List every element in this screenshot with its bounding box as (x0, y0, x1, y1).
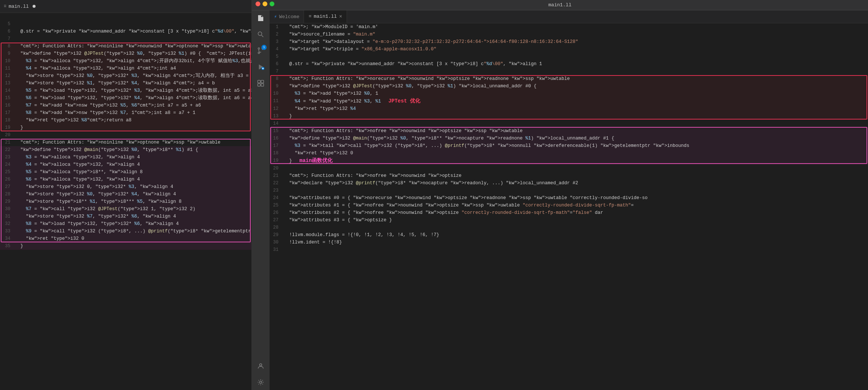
right-code-line: 6 @.str = "kw">private "kw">unnamed_addr… (270, 60, 868, 68)
right-line-number: 29 (270, 231, 284, 239)
right-line-code (284, 53, 868, 60)
tab-main1ll-close[interactable]: × (339, 14, 342, 20)
code-line: 23 %3 = "kw">alloca "type">i32, "kw">ali… (0, 154, 251, 161)
right-line-code: "kw">ret "type">i32 %4 (284, 105, 868, 112)
line-number: 21 (0, 139, 15, 146)
line-code: } (15, 124, 251, 131)
activity-icon-account[interactable] (256, 361, 266, 371)
right-line-code: %3 = "kw">add "type">i32 %0, 1 (284, 90, 868, 97)
left-code-content: 56 @.str = "kw">private "kw">unnamed_add… (0, 13, 251, 390)
svg-line-1 (261, 35, 263, 37)
right-line-number: 30 (270, 239, 284, 246)
right-line-code: "kw">target "kw">datalayout = "e-m:o-p27… (284, 38, 868, 46)
activity-icon-run[interactable] (256, 62, 266, 72)
right-code-line: 14 (270, 120, 868, 127)
line-code: %8 = "kw">load "type">i32, "type">i32* %… (15, 220, 251, 228)
svg-rect-10 (261, 80, 264, 83)
line-number: 6 (0, 28, 15, 35)
line-number: 14 (0, 87, 15, 94)
line-code: %5 = "kw">load "type">i32, "type">i32* %… (15, 87, 251, 94)
activity-bar: 1 (252, 10, 270, 390)
tab-welcome[interactable]: ⚡ Welcome (270, 10, 304, 23)
right-line-number: 22 (270, 179, 284, 187)
right-line-code: "kw">define "type">i32 @JPTest("type">i3… (284, 83, 868, 90)
right-line-number: 16 (270, 135, 284, 142)
right-line-number: 27 (270, 216, 284, 224)
code-line: 32 %8 = "kw">load "type">i32, "type">i32… (0, 220, 251, 228)
right-line-number: 23 (270, 187, 284, 194)
line-number: 24 (0, 161, 15, 168)
left-tab-bar: ≡ main.ll (0, 0, 251, 13)
line-number: 33 (0, 228, 15, 235)
activity-icon-extensions[interactable] (256, 78, 266, 88)
right-line-number: 20 (270, 165, 284, 172)
right-code-line: 30 !llvm.ident = !{!8} (270, 239, 868, 246)
line-code: %8 = "kw">add "kw">nsw "type">i32 %7, 1"… (15, 109, 251, 117)
right-line-code (284, 246, 868, 253)
right-code-line: 25 "kw">attributes #1 = { "kw">nofree "k… (270, 202, 868, 209)
right-line-code: "cmt">; "kw">ModuleID = 'main.m' (284, 23, 868, 31)
right-line-code: "cmt">; Function Attrs: "kw">nofree "kw"… (284, 127, 868, 135)
code-line: 18 "kw">ret "type">i32 %8"cmt">;return a… (0, 117, 251, 124)
right-panel: main1.ll (252, 0, 868, 390)
line-number: 12 (0, 72, 15, 80)
traffic-light-minimize[interactable] (263, 1, 267, 6)
right-line-number: 9 (270, 83, 284, 90)
line-number: 11 (0, 65, 15, 72)
right-line-code (284, 68, 868, 75)
line-code: %7 = "kw">add "kw">nsw "type">i32 %5, %6… (15, 102, 251, 109)
code-line: 21 "cmt">; Function Attrs: "kw">noinline… (0, 139, 251, 146)
svg-point-2 (258, 48, 260, 49)
line-code: "kw">define "type">i32 @JPTest("type">i3… (15, 50, 251, 57)
tab-main1ll[interactable]: ≡ main1.ll × (304, 10, 347, 23)
right-line-number: 19 (270, 157, 284, 165)
activity-icon-files[interactable] (256, 13, 266, 23)
right-code-line: 5 (270, 53, 868, 60)
right-line-number: 7 (270, 68, 284, 75)
line-number: 32 (0, 220, 15, 228)
traffic-light-close[interactable] (256, 1, 260, 6)
line-code: "kw">store "type">i32 %1, "type">i32* %4… (15, 80, 251, 87)
activity-icon-search[interactable] (256, 30, 266, 39)
svg-rect-9 (258, 80, 260, 83)
right-line-code: @.str = "kw">private "kw">unnamed_addr "… (284, 60, 868, 68)
code-line: 9 "kw">define "type">i32 @JPTest("type">… (0, 50, 251, 57)
right-code-line: 17 %3 = "kw">tail "kw">call "type">i32 (… (270, 142, 868, 149)
line-number: 22 (0, 146, 15, 154)
right-line-code: !llvm.ident = !{!8} (284, 239, 868, 246)
right-code-inner: 1 "cmt">; "kw">ModuleID = 'main.m'2 "kw"… (270, 23, 868, 390)
line-number: 9 (0, 50, 15, 57)
right-code-line: 16 "kw">define "type">i32 @main("type">i… (270, 135, 868, 142)
line-code: "kw">store "type">i32 %0, "type">i32* %4… (15, 191, 251, 198)
line-number: 25 (0, 168, 15, 176)
line-code: "kw">ret "type">i32 %8"cmt">;return a8 (15, 117, 251, 124)
right-code-line: 4 "kw">target "kw">triple = "x86_64-appl… (270, 46, 868, 53)
right-line-number: 4 (270, 46, 284, 53)
code-line: 11 %4 = "kw">alloca "type">i32, "kw">ali… (0, 65, 251, 72)
right-code-line: 18 "kw">ret "type">i32 0 (270, 149, 868, 157)
line-number: 10 (0, 57, 15, 65)
line-number: 20 (0, 131, 15, 139)
traffic-lights (256, 1, 274, 6)
left-panel: ≡ main.ll 56 @.str = "kw">private "kw">u… (0, 0, 252, 390)
code-line: 30 %7 = "kw">call "type">i32 @JPTest("ty… (0, 205, 251, 213)
right-code-line: 20 (270, 165, 868, 172)
right-line-code: %3 = "kw">tail "kw">call "type">i32 ("ty… (284, 142, 868, 149)
line-code: "kw">store "type">i32 %7, "type">i32* %6… (15, 213, 251, 220)
activity-icon-settings[interactable] (256, 377, 266, 387)
line-number: 15 (0, 94, 15, 102)
line-number: 26 (0, 176, 15, 183)
right-code-line: 9 "kw">define "type">i32 @JPTest("type">… (270, 83, 868, 90)
right-titlebar: main1.ll (252, 0, 868, 10)
svg-rect-12 (261, 84, 264, 86)
traffic-light-maximize[interactable] (270, 1, 274, 6)
right-line-number: 15 (270, 127, 284, 135)
line-code: "kw">ret "type">i32 0 (15, 235, 251, 242)
code-line: 17 %8 = "kw">add "kw">nsw "type">i32 %7,… (0, 109, 251, 117)
code-line: 34 "kw">ret "type">i32 0 (0, 235, 251, 242)
tab-main1ll-label: main1.ll (314, 14, 337, 19)
line-code: %7 = "kw">call "type">i32 @JPTest("type"… (15, 205, 251, 213)
right-line-number: 11 (270, 97, 284, 105)
right-line-code: "cmt">; Function Attrs: "kw">nofree "kw"… (284, 172, 868, 179)
activity-icon-source-control[interactable]: 1 (256, 46, 266, 56)
